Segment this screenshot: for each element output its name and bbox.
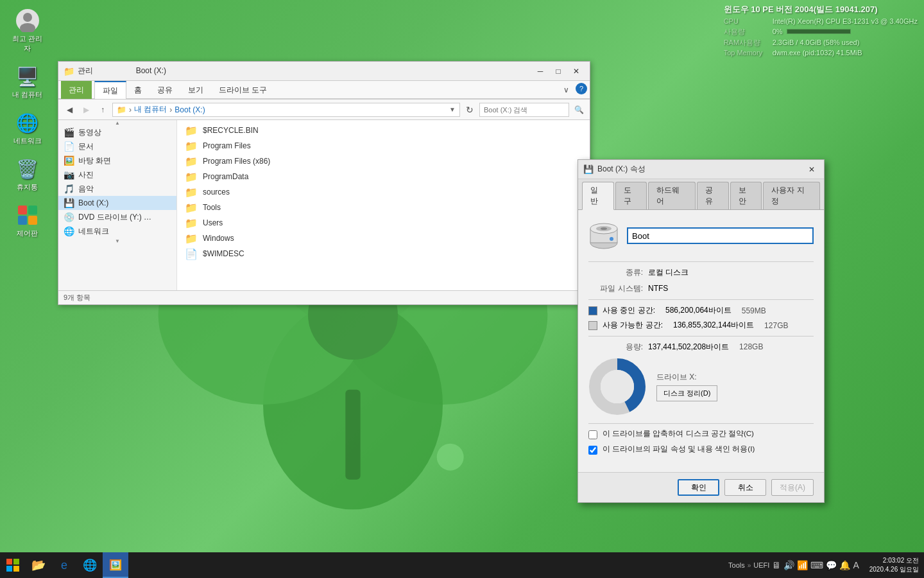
file-item-recycle[interactable]: 📁 $RECYCLE.BIN xyxy=(180,123,587,138)
tab-share[interactable]: 공유 xyxy=(150,81,180,99)
tray-icon-6[interactable]: 🔔 xyxy=(839,560,850,570)
nav-item-dvd[interactable]: 💿 DVD 드라이브 (Y:) Win... xyxy=(58,210,176,224)
tab-drive-tools[interactable]: 드라이브 도구 xyxy=(211,81,275,99)
svg-rect-26 xyxy=(13,566,19,572)
tab-file[interactable]: 파일 xyxy=(94,81,126,99)
path-icon: 📁 xyxy=(117,105,126,114)
my-computer-icon[interactable]: 🖥️ 내 컴퓨터 xyxy=(6,62,48,102)
network-desktop-icon[interactable]: 🌐 네트워크 xyxy=(6,109,48,148)
refresh-btn[interactable]: ↻ xyxy=(463,103,477,117)
tab-tools[interactable]: 도구 xyxy=(615,182,647,209)
tray-icon-3[interactable]: 📶 xyxy=(797,560,808,570)
nav-item-boot[interactable]: 💾 Boot (X:) xyxy=(58,196,176,210)
nav-scroll-up[interactable]: ▲ xyxy=(58,120,176,125)
ie-taskbar-btn[interactable]: e xyxy=(51,552,77,578)
ribbon-collapse-btn[interactable]: ∨ xyxy=(559,83,573,97)
explorer-taskbar-btn[interactable]: 🖼️ xyxy=(103,552,128,578)
nav-item-desktop[interactable]: 🖼️ 바탕 화면 xyxy=(58,153,176,168)
drive-name-input[interactable] xyxy=(627,227,814,244)
close-button[interactable]: ✕ xyxy=(568,64,585,78)
file-name: sources xyxy=(203,188,230,197)
file-item-users[interactable]: 📁 Users xyxy=(180,215,587,231)
index-checkbox[interactable] xyxy=(588,446,597,455)
control-panel-icon[interactable]: 제어판 xyxy=(6,201,48,241)
file-item-tools[interactable]: 📁 Tools xyxy=(180,200,587,215)
my-computer-label: 내 컴퓨터 xyxy=(12,90,42,100)
file-item-programdata[interactable]: 📁 ProgramData xyxy=(180,169,587,184)
separator-3 xyxy=(588,336,814,337)
nav-item-documents[interactable]: 📄 문서 xyxy=(58,139,176,153)
file-name: $WIMDESC xyxy=(203,249,244,258)
file-manager-taskbar-btn[interactable]: 📂 xyxy=(26,552,51,578)
nav-forward-btn[interactable]: ▶ xyxy=(79,103,93,117)
compress-checkbox[interactable] xyxy=(588,430,597,439)
file-item-program-files-x86[interactable]: 📁 Program Files (x86) xyxy=(180,153,587,169)
address-bar: ◀ ▶ ↑ 📁 › 내 컴퓨터 › Boot (X:) ▼ ↻ 🔍 xyxy=(58,100,590,120)
apply-button[interactable]: 적용(A) xyxy=(771,479,814,496)
dialog-title: Boot (X:) 속성 xyxy=(597,164,805,175)
nav-scroll-down[interactable]: ▼ xyxy=(58,238,176,243)
user-label: 최고 관리자 xyxy=(9,34,46,53)
properties-dialog: 💾 Boot (X:) 속성 ✕ 일반 도구 하드웨어 공유 보안 사용자 지정 xyxy=(578,159,825,503)
search-input[interactable] xyxy=(479,103,569,117)
edge-taskbar-btn[interactable]: 🌐 xyxy=(77,552,103,578)
address-path-bar[interactable]: 📁 › 내 컴퓨터 › Boot (X:) ▼ xyxy=(112,103,460,117)
ribbon-help-btn[interactable]: ? xyxy=(576,83,587,94)
nav-item-video[interactable]: 🎬 동영상 xyxy=(58,125,176,139)
taskbar-clock[interactable]: 2:03:02 오전 2020.4.26 일요일 xyxy=(864,556,924,574)
nav-item-photos[interactable]: 📷 사진 xyxy=(58,168,176,182)
svg-rect-5 xyxy=(18,216,27,225)
tab-customize[interactable]: 사용자 지정 xyxy=(763,182,820,209)
folder-icon: 📁 xyxy=(185,217,198,229)
tray-icon-1[interactable]: 🖥 xyxy=(772,560,781,570)
nav-item-video-label: 동영상 xyxy=(78,127,101,138)
used-bytes: 586,200,064바이트 xyxy=(665,305,732,316)
file-name: Windows xyxy=(203,234,234,243)
explorer-window: 📁 관리 Boot (X:) ─ □ ✕ 관리 파일 홈 공유 보기 xyxy=(58,61,590,305)
dialog-close-button[interactable]: ✕ xyxy=(805,162,819,177)
tray-icon-2[interactable]: 🔊 xyxy=(783,560,794,570)
tab-security[interactable]: 보안 xyxy=(730,182,762,209)
file-item-program-files[interactable]: 📁 Program Files xyxy=(180,138,587,153)
documents-nav-icon: 📄 xyxy=(64,141,74,152)
svg-rect-24 xyxy=(13,559,19,565)
file-item-wimdesc[interactable]: 📄 $WIMDESC xyxy=(180,246,587,261)
tray-icon-5[interactable]: 💬 xyxy=(826,560,837,570)
disk-cleanup-button[interactable]: 디스크 정리(D) xyxy=(656,385,717,401)
svg-point-19 xyxy=(610,237,613,241)
path-my-computer[interactable]: 내 컴퓨터 xyxy=(134,104,167,115)
user-icon-item[interactable]: 최고 관리자 xyxy=(6,6,48,56)
tab-general[interactable]: 일반 xyxy=(582,182,614,210)
minimize-button[interactable]: ─ xyxy=(532,64,549,78)
system-info-panel: 윈도우 10 PE 버전 2004(빌드 19041.207) CPU Inte… xyxy=(724,3,918,58)
cpu-usage-bar xyxy=(787,29,851,34)
file-item-windows[interactable]: 📁 Windows xyxy=(180,231,587,246)
nav-back-btn[interactable]: ◀ xyxy=(62,103,76,117)
tab-hardware[interactable]: 하드웨어 xyxy=(648,182,695,209)
tray-icon-7[interactable]: A xyxy=(853,560,859,570)
free-bytes: 136,855,302,144바이트 xyxy=(673,320,754,331)
maximize-button[interactable]: □ xyxy=(550,64,567,78)
tab-sharing[interactable]: 공유 xyxy=(697,182,729,209)
control-panel-label: 제어판 xyxy=(17,229,38,238)
filesystem-value: NTFS xyxy=(648,284,814,293)
prop-filesystem: 파일 시스템: NTFS xyxy=(588,283,814,294)
nav-item-network[interactable]: 🌐 네트워크 xyxy=(58,224,176,238)
disk-chart-area: 드라이브 X: 디스크 정리(D) xyxy=(588,358,814,416)
nav-item-music[interactable]: 🎵 음악 xyxy=(58,182,176,196)
file-item-sources[interactable]: 📁 sources xyxy=(180,184,587,200)
nav-up-btn[interactable]: ↑ xyxy=(96,103,110,117)
prop-type: 종류: 로컬 디스크 xyxy=(588,267,814,278)
path-dropdown-btn[interactable]: ▼ xyxy=(449,106,456,113)
search-button[interactable]: 🔍 xyxy=(572,103,586,117)
tab-manage[interactable]: 관리 xyxy=(61,81,92,99)
path-current[interactable]: Boot (X:) xyxy=(175,105,205,114)
start-button[interactable] xyxy=(0,552,26,578)
svg-rect-12 xyxy=(345,390,360,480)
tray-icon-4[interactable]: ⌨ xyxy=(810,560,823,570)
ok-button[interactable]: 확인 xyxy=(678,479,719,496)
cancel-button[interactable]: 취소 xyxy=(724,479,766,496)
recycle-bin-icon[interactable]: 🗑️ 휴지통 xyxy=(6,155,48,195)
tab-home[interactable]: 홈 xyxy=(126,81,150,99)
tab-view[interactable]: 보기 xyxy=(180,81,211,99)
